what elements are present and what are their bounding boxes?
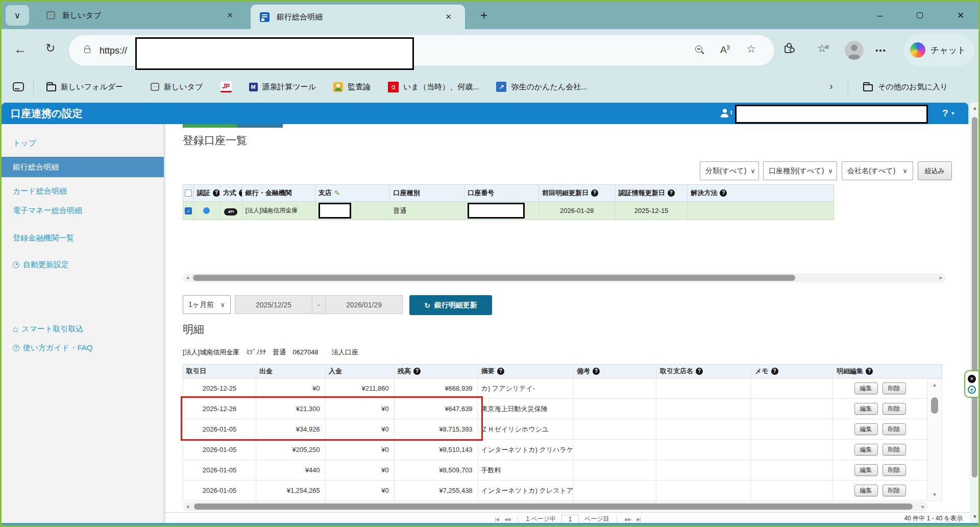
edit-pencil-icon[interactable]: ✎ [334, 189, 340, 197]
settings-menu-icon[interactable]: ••• [875, 46, 887, 55]
page-number-input[interactable] [561, 515, 579, 523]
bank-statement-update-button[interactable]: ↻銀行明細更新 [409, 295, 492, 315]
bookmark-item[interactable]: 監査論 [333, 82, 371, 92]
edit-button[interactable]: 編集 [854, 423, 878, 435]
filter-select[interactable]: 口座種別(すべて)∨ [763, 161, 837, 180]
help-icon[interactable]: ? [413, 368, 421, 375]
delete-button[interactable]: 削除 [883, 464, 906, 476]
transaction-table-vscrollbar[interactable]: ▲ ▼ [927, 378, 942, 501]
bookmarks-overflow-chevron-icon[interactable]: › [829, 80, 833, 92]
help-icon[interactable]: ? [497, 368, 504, 375]
read-aloud-icon[interactable]: A)) [720, 44, 729, 56]
back-button[interactable]: ← [14, 41, 27, 57]
filter-select[interactable]: 会社名(すべて)∨ [842, 161, 913, 180]
next-page-icon[interactable]: ▶▶ [625, 517, 631, 522]
browser-tab-newtab[interactable]: 新しいタブ ✕ [36, 2, 247, 29]
scroll-down-icon[interactable]: ▼ [970, 514, 980, 519]
edit-button[interactable]: 編集 [854, 382, 878, 394]
bookmark-item[interactable]: 新しいタブ [140, 82, 203, 92]
tab-close-icon[interactable]: ✕ [227, 11, 233, 20]
close-icon[interactable]: ✕ [968, 375, 976, 383]
help-icon[interactable]: ? [720, 189, 727, 197]
sidebar-item[interactable]: 電子マネー総合明細 [2, 202, 164, 219]
partial-tab-teal[interactable] [237, 124, 283, 128]
sidebar-item[interactable]: カード総合明細 [2, 182, 164, 200]
scroll-up-icon[interactable]: ▲ [970, 105, 980, 111]
sidebar-link[interactable]: ?使い方ガイド・FAQ [2, 339, 164, 356]
bookmark-item[interactable]: αいま（当時）、何歳... [388, 82, 479, 92]
reload-button[interactable]: ↻ [45, 41, 55, 55]
page-vertical-scrollbar[interactable]: ▲ ▼ [970, 103, 980, 527]
select-all-checkbox[interactable] [185, 189, 192, 197]
scroll-up-icon[interactable]: ▲ [927, 382, 942, 388]
scroll-right-icon[interactable]: ► [921, 504, 925, 509]
profile-avatar[interactable] [845, 41, 864, 60]
date-from-field[interactable]: 2025/12/25 [235, 295, 312, 314]
help-icon[interactable]: ? [668, 189, 675, 197]
sidebar-item[interactable]: トップ [2, 134, 164, 152]
partial-tab-green[interactable] [183, 124, 237, 128]
window-close-button[interactable]: ✕ [946, 2, 975, 29]
delete-button[interactable]: 削除 [883, 444, 906, 456]
help-icon[interactable]: ? [696, 368, 703, 375]
bookmark-label: 新しいフォルダー [61, 82, 123, 92]
account-checkbox[interactable] [185, 207, 192, 214]
extension-floating-widget[interactable]: ✕ e [964, 370, 980, 398]
sidebar-link[interactable]: ⌂スマート取引取込 [2, 320, 164, 338]
sidebar-item[interactable]: 自動更新設定 [2, 256, 164, 273]
last-page-icon[interactable]: ▶| [636, 517, 640, 522]
tab-search-button[interactable]: ∨ [6, 5, 29, 26]
other-favorites-button[interactable]: その他のお気に入り [863, 72, 948, 102]
browser-tab-bank[interactable]: 銀行総合明細 ✕ [251, 5, 465, 29]
tab-close-icon[interactable]: ✕ [445, 12, 452, 21]
scroll-left-icon[interactable]: ◄ [185, 504, 190, 509]
first-page-icon[interactable]: |◀ [495, 517, 499, 522]
bookmark-item[interactable]: M源泉計算ツール [249, 82, 316, 92]
filter-apply-button[interactable]: 絞込み [918, 161, 952, 180]
date-to-field[interactable]: 2026/01/29 [325, 295, 403, 314]
favorite-star-icon[interactable]: ☆ [746, 43, 756, 55]
bookmark-item[interactable]: 新しいフォルダー [46, 82, 123, 92]
help-menu-button[interactable]: ?▼ [942, 103, 955, 124]
delete-button[interactable]: 削除 [883, 382, 906, 394]
scrollbar-thumb[interactable] [972, 117, 977, 477]
favorites-list-icon[interactable]: ☆≡ [817, 42, 829, 55]
scrollbar-thumb[interactable] [931, 397, 938, 414]
help-icon[interactable]: ? [593, 368, 600, 375]
delete-button[interactable]: 削除 [883, 485, 906, 496]
zoom-out-icon[interactable] [695, 45, 704, 56]
account-table-hscrollbar[interactable]: ◄ ► [183, 273, 946, 282]
edit-button[interactable]: 編集 [854, 444, 878, 456]
sidebar-item[interactable]: 銀行総合明細 [2, 157, 164, 177]
filter-select[interactable]: 分類(すべて)∨ [700, 161, 759, 180]
help-icon[interactable]: ? [591, 189, 598, 197]
redacted-url-box [135, 37, 414, 70]
edit-button[interactable]: 編集 [854, 485, 878, 496]
help-icon[interactable]: ? [239, 189, 242, 197]
help-icon[interactable]: ? [866, 368, 873, 375]
bookmark-item[interactable]: ↗弥生のかんたん会社... [496, 82, 587, 92]
scroll-left-icon[interactable]: ◄ [185, 275, 190, 280]
delete-button[interactable]: 削除 [883, 403, 906, 415]
edit-button[interactable]: 編集 [854, 403, 878, 415]
previous-page-icon[interactable]: ◀◀ [504, 517, 510, 522]
scrollbar-thumb[interactable] [194, 504, 913, 510]
scroll-right-icon[interactable]: ► [939, 275, 943, 280]
scrollbar-thumb[interactable] [193, 275, 795, 281]
window-minimize-button[interactable]: – [865, 2, 895, 29]
bookmark-item[interactable]: JP [220, 81, 232, 92]
sidebar-item[interactable]: 登録金融機関一覧 [2, 229, 164, 247]
period-select[interactable]: 1ヶ月前∨ [183, 295, 231, 314]
edit-button[interactable]: 編集 [854, 464, 878, 476]
copilot-chat-button[interactable]: チャット [904, 34, 974, 66]
scroll-down-icon[interactable]: ▼ [927, 492, 942, 497]
extension-e-icon[interactable]: e [968, 386, 976, 394]
delete-button[interactable]: 削除 [883, 423, 906, 435]
sidebar-panel-icon[interactable] [13, 82, 24, 91]
window-maximize-button[interactable] [905, 2, 935, 29]
help-icon[interactable]: ? [213, 189, 220, 197]
new-tab-button[interactable]: + [476, 8, 492, 22]
help-icon[interactable]: ? [771, 368, 778, 375]
extensions-puzzle-icon[interactable] [785, 45, 792, 53]
transaction-table-hscrollbar[interactable]: ◄ ► [183, 502, 928, 511]
